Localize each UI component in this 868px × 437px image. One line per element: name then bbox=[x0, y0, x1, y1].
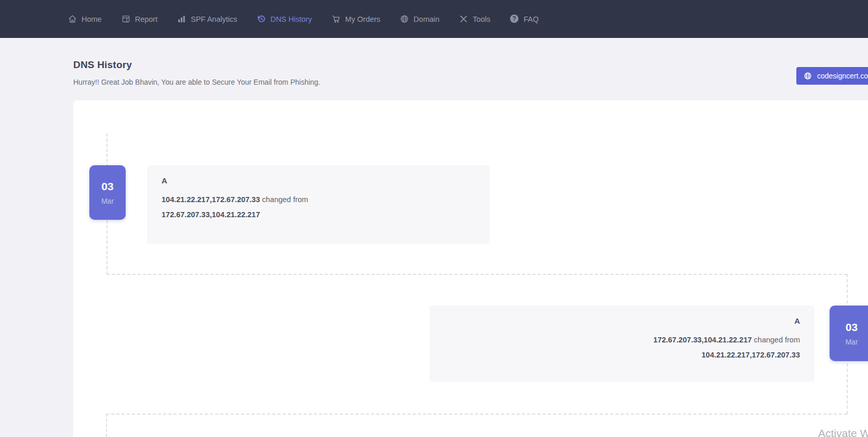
nav-item-home[interactable]: Home bbox=[68, 15, 102, 23]
date-month: Mar bbox=[845, 338, 858, 346]
date-badge: 03 Mar bbox=[830, 306, 868, 361]
nav-item-dns-history[interactable]: DNS History bbox=[257, 15, 312, 23]
cart-icon bbox=[331, 15, 340, 23]
date-month: Mar bbox=[101, 197, 114, 205]
nav-item-report[interactable]: Report bbox=[122, 15, 158, 23]
changed-from-text: changed from bbox=[754, 336, 800, 344]
dns-change-line: 104.21.22.217,172.67.207.33 changed from bbox=[162, 192, 475, 207]
new-value: 172.67.207.33,104.21.22.217 bbox=[653, 336, 752, 344]
record-type: A bbox=[162, 176, 475, 185]
domain-button-label: codesigncert.co bbox=[817, 72, 868, 80]
nav-item-label: Home bbox=[82, 15, 102, 23]
question-circle-icon: ? bbox=[510, 15, 519, 23]
old-value: 172.67.207.33,104.21.22.217 bbox=[162, 210, 260, 219]
dns-change-card: A 104.21.22.217,172.67.207.33 changed fr… bbox=[147, 165, 490, 244]
dns-change-card: A 172.67.207.33,104.21.22.217 changed fr… bbox=[430, 306, 814, 382]
page-title: DNS History bbox=[73, 59, 132, 71]
record-type: A bbox=[444, 316, 800, 325]
nav-item-spf-analytics[interactable]: SPF Analytics bbox=[177, 15, 237, 23]
new-value: 104.21.22.217,172.67.207.33 bbox=[162, 195, 260, 204]
history-icon bbox=[257, 15, 266, 23]
dns-change-line: 172.67.207.33,104.21.22.217 bbox=[162, 207, 475, 222]
bar-chart-icon bbox=[177, 15, 186, 23]
timeline-connector bbox=[106, 274, 847, 275]
tools-icon bbox=[459, 15, 468, 23]
nav-item-label: FAQ bbox=[524, 15, 539, 23]
nav-item-domain[interactable]: Domain bbox=[400, 15, 439, 23]
activate-windows-watermark: Activate Wi bbox=[818, 427, 868, 437]
nav-item-label: My Orders bbox=[345, 15, 380, 23]
nav-item-label: SPF Analytics bbox=[191, 15, 237, 23]
nav-item-my-orders[interactable]: My Orders bbox=[331, 15, 380, 23]
top-nav: Home Report SPF Analytics DNS History My… bbox=[0, 0, 868, 38]
date-badge: 03 Mar bbox=[89, 165, 126, 220]
home-icon bbox=[68, 15, 77, 23]
date-day: 03 bbox=[101, 181, 113, 192]
date-day: 03 bbox=[846, 322, 858, 333]
domain-button[interactable]: codesigncert.co bbox=[796, 67, 868, 85]
timeline-connector bbox=[106, 414, 107, 437]
nav-item-label: Report bbox=[135, 15, 158, 23]
globe-icon bbox=[400, 15, 409, 23]
dns-change-line: 172.67.207.33,104.21.22.217 changed from bbox=[444, 333, 800, 348]
nav-item-label: Tools bbox=[473, 15, 490, 23]
timeline-connector bbox=[106, 414, 847, 415]
nav-item-faq[interactable]: ? FAQ bbox=[510, 15, 539, 23]
globe-icon bbox=[804, 72, 812, 80]
nav-item-label: DNS History bbox=[271, 15, 312, 23]
report-icon bbox=[122, 15, 130, 23]
nav-item-tools[interactable]: Tools bbox=[459, 15, 490, 23]
old-value: 104.21.22.217,172.67.207.33 bbox=[702, 351, 800, 359]
content-panel bbox=[73, 100, 868, 437]
dns-change-line: 104.21.22.217,172.67.207.33 bbox=[444, 348, 800, 363]
page-subtitle: Hurray!! Great Job Bhavin, You are able … bbox=[73, 78, 321, 86]
changed-from-text: changed from bbox=[262, 195, 309, 204]
nav-item-label: Domain bbox=[413, 15, 439, 23]
